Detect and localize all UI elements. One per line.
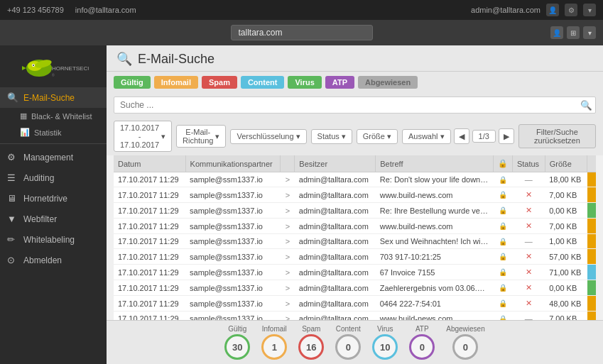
user-icon[interactable]: 👤: [546, 4, 559, 16]
cell-tag: [587, 249, 597, 265]
col-tag: [587, 155, 597, 172]
cell-tag: [587, 280, 597, 296]
filter-btn-gueltig[interactable]: Gültig: [114, 76, 151, 89]
prev-page-button[interactable]: ◀: [454, 128, 469, 144]
stat-circle-gueltig: 30: [224, 334, 250, 360]
table-body: 17.10.2017 11:29 sample@ssm1337.io > adm…: [114, 172, 596, 321]
gear-icon: ⚙: [7, 152, 18, 162]
status-label: Status: [317, 132, 339, 140]
status-dropdown[interactable]: Status ▾: [311, 129, 352, 144]
reset-filter-button[interactable]: Filter/Suche zurücksetzen: [518, 124, 596, 148]
table-row[interactable]: 17.10.2017 11:29 sample@ssm1337.io > adm…: [114, 265, 596, 280]
next-page-button[interactable]: ▶: [499, 128, 514, 144]
settings-icon[interactable]: ⚙: [565, 4, 577, 16]
filter-btn-abgewiesen[interactable]: Abgewiesen: [358, 76, 418, 89]
cell-owner: admin@talltara.com: [295, 187, 376, 203]
filter-bar: Gültig Infomail Spam Content Virus ATP A…: [107, 72, 603, 93]
cell-direction: >: [281, 265, 295, 280]
sidebar-item-whitelabeling[interactable]: ✏ Whitelabeling: [0, 229, 107, 250]
chart-icon: 📊: [20, 128, 30, 137]
cell-status: —: [512, 172, 545, 187]
drive-icon: 🖥: [7, 193, 18, 204]
domain-chevron-icon[interactable]: ▾: [583, 26, 596, 39]
svg-text:®: ®: [52, 73, 55, 77]
cell-date: 17.10.2017 11:29: [114, 249, 185, 265]
cell-size: 7,00 KB: [545, 219, 587, 234]
cell-size: 48,00 KB: [545, 296, 587, 311]
cell-lock: 🔒: [493, 234, 512, 249]
cell-partner: sample@ssm1337.io: [185, 265, 281, 280]
stat-item-content: Content 0: [335, 325, 361, 360]
cell-lock: 🔒: [493, 249, 512, 265]
filter-btn-content[interactable]: Content: [241, 76, 285, 89]
cell-status: ✕: [512, 219, 545, 234]
cell-size: 0,00 KB: [545, 203, 587, 219]
col-datum: Datum: [114, 155, 185, 172]
cell-status: —: [512, 234, 545, 249]
cell-direction: >: [281, 249, 295, 265]
table-row[interactable]: 17.10.2017 11:29 sample@ssm1337.io > adm…: [114, 234, 596, 249]
sidebar-item-black-whitelist[interactable]: ▦ Black- & Whitelist: [0, 108, 107, 124]
cell-subject: Re: Don't slow your life down! Be a...: [376, 172, 494, 187]
cell-partner: sample@ssm1337.io: [185, 234, 281, 249]
stat-circle-abgewiesen: 0: [452, 334, 478, 360]
table-row[interactable]: 17.10.2017 11:29 sample@ssm1337.io > adm…: [114, 296, 596, 311]
email-direction-dropdown[interactable]: E-Mail-Richtung ▾: [176, 125, 226, 148]
stat-item-infomail: Infomail 1: [261, 325, 287, 360]
cell-subject: Sex und Weihnachten! Ich will dich!: [376, 234, 494, 249]
table-row[interactable]: 17.10.2017 11:29 sample@ssm1337.io > adm…: [114, 280, 596, 296]
col-status: Status: [512, 155, 545, 172]
cell-tag: [587, 187, 597, 203]
search-input-wrapper: 🔍: [114, 96, 596, 114]
cell-direction: >: [281, 203, 295, 219]
sidebar-item-email-suche[interactable]: 🔍 E-Mail-Suche: [0, 87, 107, 108]
sidebar-item-abmelden[interactable]: ⊙ Abmelden: [0, 250, 107, 270]
status-chevron: ▾: [342, 132, 346, 141]
filter-btn-virus[interactable]: Virus: [288, 76, 321, 89]
filter-btn-spam[interactable]: Spam: [202, 76, 237, 89]
domain-user-icon[interactable]: 👤: [550, 26, 563, 39]
search-submit-button[interactable]: 🔍: [580, 100, 592, 111]
groesse-dropdown[interactable]: Größe ▾: [357, 129, 398, 144]
col-groesse: Größe: [545, 155, 587, 172]
stat-label-abgewiesen: Abgewiesen: [446, 325, 484, 333]
table-row[interactable]: 17.10.2017 11:29 sample@ssm1337.io > adm…: [114, 219, 596, 234]
hornetsecurity-logo-svg: HORNETSECURITY ®: [18, 55, 89, 82]
chevron-down-icon[interactable]: ▾: [583, 4, 596, 16]
table-row[interactable]: 17.10.2017 11:29 sample@ssm1337.io > adm…: [114, 172, 596, 187]
verschluesselung-dropdown[interactable]: Verschlüsselung ▾: [230, 129, 306, 144]
cell-date: 17.10.2017 11:29: [114, 203, 185, 219]
auswahl-chevron: ▾: [440, 132, 445, 141]
cell-status: ✕: [512, 296, 545, 311]
table-row[interactable]: 17.10.2017 11:29 sample@ssm1337.io > adm…: [114, 203, 596, 219]
filter-btn-atp[interactable]: ATP: [325, 76, 354, 89]
domain-input[interactable]: [231, 25, 373, 40]
cell-direction: >: [281, 219, 295, 234]
cell-partner: sample@ssm1337.io: [185, 172, 281, 187]
date-range-dropdown[interactable]: 17.10.2017 - 17.10.2017 ▾: [114, 121, 172, 152]
table-row[interactable]: 17.10.2017 11:29 sample@ssm1337.io > adm…: [114, 311, 596, 321]
sidebar-item-auditing[interactable]: ☰ Auditing: [0, 167, 107, 188]
table-row[interactable]: 17.10.2017 11:29 sample@ssm1337.io > adm…: [114, 249, 596, 265]
sidebar-item-statistik[interactable]: 📊 Statistik: [0, 124, 107, 140]
filter-btn-infomail[interactable]: Infomail: [154, 76, 198, 89]
cell-status: ✕: [512, 280, 545, 296]
domain-config-icon[interactable]: ⊞: [567, 26, 580, 39]
search-input[interactable]: [114, 96, 596, 114]
sidebar-item-webfilter[interactable]: ▼ Webfilter: [0, 209, 107, 229]
table-row[interactable]: 17.10.2017 11:29 sample@ssm1337.io > adm…: [114, 187, 596, 203]
stat-label-content: Content: [336, 325, 361, 333]
cell-subject: www.build-news.com: [376, 219, 494, 234]
sidebar-item-management[interactable]: ⚙ Management: [0, 147, 107, 167]
search-icon: 🔍: [7, 92, 18, 103]
list-icon: ▦: [20, 111, 27, 121]
sidebar: HORNETSECURITY ® 🔍 E-Mail-Suche ▦ Black-…: [0, 45, 107, 364]
cell-date: 17.10.2017 11:29: [114, 172, 185, 187]
verschluesselung-chevron: ▾: [296, 132, 300, 141]
col-besitzer: Besitzer: [295, 155, 376, 172]
verschluesselung-label: Verschlüsselung: [237, 132, 293, 140]
sidebar-item-hornetdrive[interactable]: 🖥 Hornetdrive: [0, 188, 107, 209]
sidebar-label-abmelden: Abmelden: [23, 255, 62, 265]
auswahl-dropdown[interactable]: Auswahl ▾: [402, 129, 451, 144]
table-header-row: Datum Kommunikationspartner Besitzer Bet…: [114, 155, 596, 172]
